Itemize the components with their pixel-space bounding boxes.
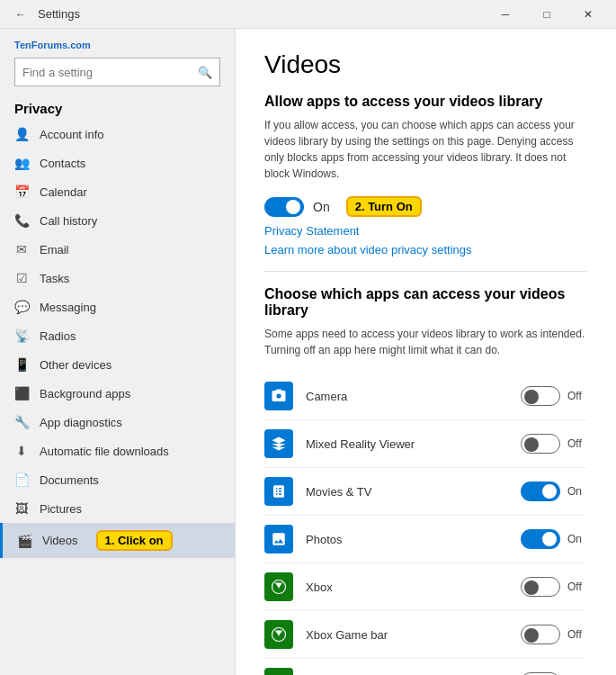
app-row-mixed-reality: Mixed Reality ViewerOff — [264, 420, 587, 468]
photos-toggle-label: On — [567, 533, 587, 545]
mixed-reality-toggle[interactable] — [521, 434, 560, 454]
messaging-icon: 💬 — [14, 300, 29, 314]
sidebar-section-title: Privacy — [0, 94, 235, 120]
photos-toggle-container: On — [521, 529, 587, 549]
click-on-callout: 1. Click on — [96, 530, 173, 551]
sidebar-item-label-pictures: Pictures — [40, 502, 82, 516]
photos-toggle[interactable] — [521, 529, 560, 549]
sidebar-item-radios[interactable]: 📡Radios — [0, 321, 235, 350]
watermark: TenForums.com — [14, 40, 220, 50]
search-input[interactable] — [22, 66, 198, 79]
sidebar-item-messaging[interactable]: 💬Messaging — [0, 292, 235, 321]
sidebar-item-calendar[interactable]: 📅Calendar — [0, 177, 235, 206]
sidebar-item-email[interactable]: ✉Email — [0, 235, 235, 264]
sidebar-item-label-calendar: Calendar — [40, 185, 87, 199]
camera-name: Camera — [306, 390, 508, 403]
app-list: CameraOffMixed Reality ViewerOffMovies &… — [264, 373, 587, 675]
app-row-xbox-gaming-overlay: Xbox gaming overlayOff — [264, 659, 587, 675]
xbox-game-bar-icon — [264, 620, 293, 649]
app-row-movies-tv: Movies & TVOn — [264, 468, 587, 516]
search-box[interactable]: 🔍 — [14, 58, 220, 86]
camera-toggle[interactable] — [521, 386, 560, 406]
email-icon: ✉ — [14, 242, 29, 256]
sidebar-header: TenForums.com 🔍 — [0, 29, 235, 94]
movies-tv-icon — [264, 477, 293, 506]
camera-toggle-thumb — [524, 390, 539, 404]
search-icon: 🔍 — [198, 66, 212, 79]
sidebar-item-contacts[interactable]: 👥Contacts — [0, 148, 235, 177]
documents-icon: 📄 — [14, 472, 29, 487]
sidebar-item-label-radios: Radios — [40, 329, 76, 343]
tasks-icon: ☑ — [14, 271, 29, 285]
mixed-reality-toggle-container: Off — [521, 434, 587, 454]
xbox-game-bar-toggle-label: Off — [567, 628, 587, 641]
sidebar-item-label-call-history: Call history — [40, 214, 97, 228]
window-controls: ─ □ ✕ — [485, 0, 609, 29]
sidebar-item-videos[interactable]: 🎬Videos1. Click on — [0, 523, 235, 558]
account-info-icon: 👤 — [14, 127, 29, 141]
back-button[interactable]: ← — [7, 1, 34, 28]
camera-icon — [264, 382, 293, 410]
camera-toggle-container: Off — [521, 386, 587, 406]
master-toggle[interactable] — [264, 197, 304, 217]
photos-toggle-thumb — [542, 532, 557, 546]
sidebar-item-documents[interactable]: 📄Documents — [0, 465, 235, 494]
xbox-toggle-container: Off — [521, 577, 587, 597]
xbox-game-bar-toggle-container: Off — [521, 625, 587, 644]
photos-icon — [264, 525, 293, 554]
sidebar-item-tasks[interactable]: ☑Tasks — [0, 264, 235, 292]
xbox-game-bar-name: Xbox Game bar — [306, 628, 508, 642]
videos-icon: 🎬 — [17, 534, 31, 548]
choose-section-heading: Choose which apps can access your videos… — [264, 286, 587, 319]
xbox-toggle-thumb — [524, 580, 539, 595]
sidebar-item-call-history[interactable]: 📞Call history — [0, 206, 235, 235]
divider — [264, 271, 587, 272]
mixed-reality-toggle-label: Off — [567, 437, 587, 450]
allow-section-heading: Allow apps to access your videos library — [264, 94, 587, 110]
sidebar-item-other-devices[interactable]: 📱Other devices — [0, 350, 235, 379]
xbox-toggle-label: Off — [567, 580, 587, 593]
sidebar-item-background-apps[interactable]: ⬛Background apps — [0, 379, 235, 408]
maximize-button[interactable]: □ — [526, 0, 567, 29]
sidebar-item-account-info[interactable]: 👤Account info — [0, 120, 235, 148]
radios-icon: 📡 — [14, 328, 29, 343]
sidebar-item-label-videos: Videos — [42, 534, 78, 547]
sidebar-item-label-contacts: Contacts — [40, 157, 85, 170]
camera-toggle-label: Off — [567, 390, 587, 402]
mixed-reality-name: Mixed Reality Viewer — [306, 437, 508, 451]
sidebar-item-label-other-devices: Other devices — [40, 358, 112, 372]
sidebar-item-app-diagnostics[interactable]: 🔧App diagnostics — [0, 408, 235, 436]
sidebar-nav: 👤Account info👥Contacts📅Calendar📞Call his… — [0, 120, 235, 675]
titlebar-title: Settings — [38, 7, 485, 21]
close-button[interactable]: ✕ — [567, 0, 609, 29]
learn-more-link[interactable]: Learn more about video privacy settings — [264, 243, 587, 256]
app-diagnostics-icon: 🔧 — [14, 415, 29, 429]
app-row-camera: CameraOff — [264, 373, 587, 420]
allow-description: If you allow access, you can choose whic… — [264, 117, 587, 182]
sidebar-item-label-documents: Documents — [40, 473, 99, 487]
xbox-game-bar-toggle[interactable] — [521, 625, 560, 644]
xbox-toggle[interactable] — [521, 577, 560, 597]
pictures-icon: 🖼 — [14, 501, 29, 516]
minimize-button[interactable]: ─ — [485, 0, 526, 29]
sidebar-item-label-app-diagnostics: App diagnostics — [40, 416, 122, 429]
sidebar-item-automatic-downloads[interactable]: ⬇Automatic file downloads — [0, 436, 235, 465]
page-title: Videos — [264, 50, 587, 79]
main-layout: TenForums.com 🔍 Privacy 👤Account info👥Co… — [0, 29, 616, 675]
sidebar: TenForums.com 🔍 Privacy 👤Account info👥Co… — [0, 29, 236, 675]
photos-name: Photos — [306, 533, 508, 546]
sidebar-item-pictures[interactable]: 🖼Pictures — [0, 494, 235, 523]
sidebar-item-label-background-apps: Background apps — [40, 387, 130, 400]
xbox-gaming-overlay-icon — [264, 668, 293, 675]
app-row-xbox: XboxOff — [264, 563, 587, 611]
privacy-statement-link[interactable]: Privacy Statement — [264, 224, 587, 238]
sidebar-item-label-automatic-downloads: Automatic file downloads — [40, 445, 169, 458]
mixed-reality-toggle-thumb — [524, 437, 539, 452]
movies-tv-toggle-thumb — [542, 484, 557, 499]
mixed-reality-icon — [264, 429, 293, 458]
call-history-icon: 📞 — [14, 213, 29, 228]
movies-tv-toggle[interactable] — [521, 482, 560, 501]
other-devices-icon: 📱 — [14, 357, 29, 372]
calendar-icon: 📅 — [14, 184, 29, 199]
app-row-photos: PhotosOn — [264, 516, 587, 563]
